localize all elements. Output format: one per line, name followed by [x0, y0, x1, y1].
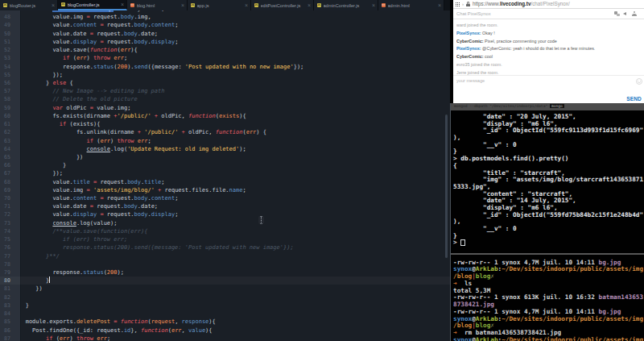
line-number: 67 — [0, 169, 10, 177]
code-line-78[interactable]: 78 — [0, 260, 450, 268]
lock-icon — [466, 2, 470, 6]
code-line-60[interactable]: 60 fs.exists(dirname +'/public/' + oldPi… — [0, 112, 450, 120]
code-line-73[interactable]: 73 console.log(value); — [0, 219, 450, 227]
line-number: 70 — [0, 194, 10, 202]
tab-close-icon[interactable]: × — [121, 2, 124, 7]
line-number: 57 — [0, 87, 10, 95]
code-line-86[interactable]: 86 Post.findOne({_id: request.id}, funct… — [0, 326, 450, 335]
url-text[interactable]: https://www.livecoding.tv/chat/PixelSyno… — [473, 0, 570, 8]
tab-close-icon[interactable]: × — [52, 2, 55, 8]
code-line-67[interactable]: 67 }); — [0, 169, 450, 177]
line-number: 71 — [0, 202, 10, 210]
code-line-51[interactable]: 51 value.display = request.body.display; — [0, 38, 450, 46]
editor-scrollbar[interactable] — [445, 114, 448, 258]
line-number: 64 — [0, 145, 10, 153]
chat-input-placeholder[interactable]: your message — [456, 78, 485, 83]
tab-close-icon[interactable]: × — [438, 2, 441, 8]
code-line-49[interactable]: 49 value.content = request.body.content; — [0, 21, 450, 29]
chat-system-message: evro35 joined the room. — [456, 61, 644, 69]
chat-message: CyberComic: cool — [456, 53, 644, 61]
html-file-icon: <> — [382, 3, 386, 7]
terminal-title-bar: mongod --dbpath "/Dev/sites/indoorpi/dat… — [451, 103, 644, 110]
tab-close-icon[interactable]: × — [181, 2, 184, 8]
line-number: 77 — [0, 252, 10, 260]
code-line-85[interactable]: 85module.exports.deletePost = function(r… — [0, 318, 450, 326]
code-area[interactable]: 47 value.title = request.body.title,48 v… — [0, 5, 450, 341]
line-number: 69 — [0, 186, 10, 194]
code-line-63[interactable]: 63 if (err) throw err; — [0, 137, 450, 145]
code-line-56[interactable]: 56 } else { — [0, 79, 450, 87]
code-line-54[interactable]: 54 response.status(200).send({message: '… — [0, 63, 450, 71]
code-line-70[interactable]: 70 value.content = request.body.content; — [0, 194, 450, 202]
code-line-59[interactable]: 59 var oldPic = value.img; — [0, 104, 450, 112]
line-number: 66 — [0, 161, 10, 169]
line-number: 76 — [0, 243, 10, 252]
line-number: 73 — [0, 219, 10, 227]
line-number: 59 — [0, 104, 10, 112]
chat-message-list: ward joined the room.PixelSynox: Okay !C… — [453, 19, 644, 77]
code-line-75[interactable]: 75 if (err) throw err; — [0, 235, 450, 243]
code-line-84[interactable]: 84 — [0, 310, 450, 318]
code-line-71[interactable]: 71 value.date = request.body.date; — [0, 202, 450, 210]
apps-grid-icon[interactable] — [456, 2, 460, 6]
code-line-64[interactable]: 64 console.log('Update Request: old img … — [0, 145, 450, 153]
tab-blog.html[interactable]: <>blog.html× — [127, 0, 188, 10]
line-number: 85 — [0, 318, 10, 326]
code-line-53[interactable]: 53 if (err) throw err; — [0, 54, 450, 62]
code-line-61[interactable]: 61 if (exists){ — [0, 120, 450, 128]
tab-blogRouter.js[interactable]: JSblogRouter.js× — [0, 0, 58, 10]
code-line-55[interactable]: 55 }); — [0, 71, 450, 79]
emoji-smiley-icon[interactable] — [636, 78, 642, 85]
code-line-72[interactable]: 72 value.display = request.body.display; — [0, 210, 450, 218]
line-number: 50 — [0, 30, 10, 38]
tab-close-icon[interactable]: × — [308, 2, 311, 8]
line-number: 52 — [0, 46, 10, 54]
pane-divider-horizontal[interactable] — [451, 253, 644, 255]
code-line-74[interactable]: 74 /**value.save(function(err){ — [0, 227, 450, 235]
tab-app.js[interactable]: JSapp.js× — [188, 0, 251, 10]
tab-admin.html[interactable]: <>admin.html× — [378, 0, 444, 10]
screen: 47 value.title = request.body.title,48 v… — [0, 0, 644, 341]
code-line-65[interactable]: 65 }) — [0, 153, 450, 161]
line-number: 56 — [0, 79, 10, 87]
line-number: 86 — [0, 326, 10, 335]
code-line-83[interactable]: 83} — [0, 301, 450, 310]
code-line-62[interactable]: 62 fs.unlink(dirname + '/public/' + oldP… — [0, 128, 450, 136]
text-caret — [49, 277, 50, 283]
send-button[interactable]: SEND — [626, 96, 642, 102]
js-file-icon: JS — [191, 3, 195, 7]
tab-blogController.js[interactable]: JSblogController.js× — [58, 0, 127, 10]
code-line-79[interactable]: 79 response.status(200); — [0, 268, 450, 277]
code-line-66[interactable]: 66 } — [0, 161, 450, 169]
code-line-87[interactable]: 87 if (err) throw err; — [0, 335, 450, 341]
user-icon[interactable] — [632, 11, 637, 16]
browser-url-bar[interactable]: › https://www.livecoding.tv/chat/PixelSy… — [453, 0, 644, 9]
chat-bubbles-icon[interactable] — [614, 11, 620, 16]
collapse-arrow-icon[interactable] — [623, 12, 626, 15]
mongo-terminal[interactable]: "date" : "20 July, 2015", "display" : "m… — [451, 110, 644, 256]
chevron-icon: › — [462, 0, 464, 8]
code-line-80[interactable]: 80 } — [0, 277, 450, 285]
chat-input-row[interactable]: your message — [453, 75, 644, 87]
line-number: 87 — [0, 335, 10, 341]
html-file-icon: <> — [130, 3, 134, 7]
code-line-77[interactable]: 77 }**/ — [0, 252, 450, 260]
tab-adminController.js[interactable]: JSadminController.js× — [314, 0, 378, 10]
code-line-81[interactable]: 81 }) — [0, 285, 450, 293]
code-line-50[interactable]: 50 value.date = request.body.date; — [0, 30, 450, 38]
code-line-52[interactable]: 52 value.save(function(err){ — [0, 46, 450, 54]
line-number: 80 — [0, 277, 10, 285]
code-line-69[interactable]: 69 value.img = 'assets/img/blog/' + requ… — [0, 186, 450, 194]
tab-editPostController.js[interactable]: JSeditPostController.js× — [251, 0, 314, 10]
code-line-82[interactable]: 82 — [0, 293, 450, 301]
line-number: 53 — [0, 54, 10, 62]
code-line-76[interactable]: 76 response.status(200).send({message: '… — [0, 243, 450, 252]
code-line-68[interactable]: 68 value.title = request.body.title; — [0, 178, 450, 186]
shell-terminal[interactable]: -rw-rw-r-- 1 synox 4,7M juil. 10 14:11 b… — [451, 256, 644, 341]
tab-close-icon[interactable]: × — [372, 2, 375, 8]
code-line-48[interactable]: 48 value.img = request.body.img, — [0, 13, 450, 21]
tab-close-icon[interactable]: × — [245, 2, 248, 8]
terminal-line: > db.postmodels.find().pretty() — [453, 156, 644, 163]
code-line-58[interactable]: 58 // Delete the old picture — [0, 95, 450, 103]
code-line-57[interactable]: 57 // New Image --> editing img path — [0, 87, 450, 95]
